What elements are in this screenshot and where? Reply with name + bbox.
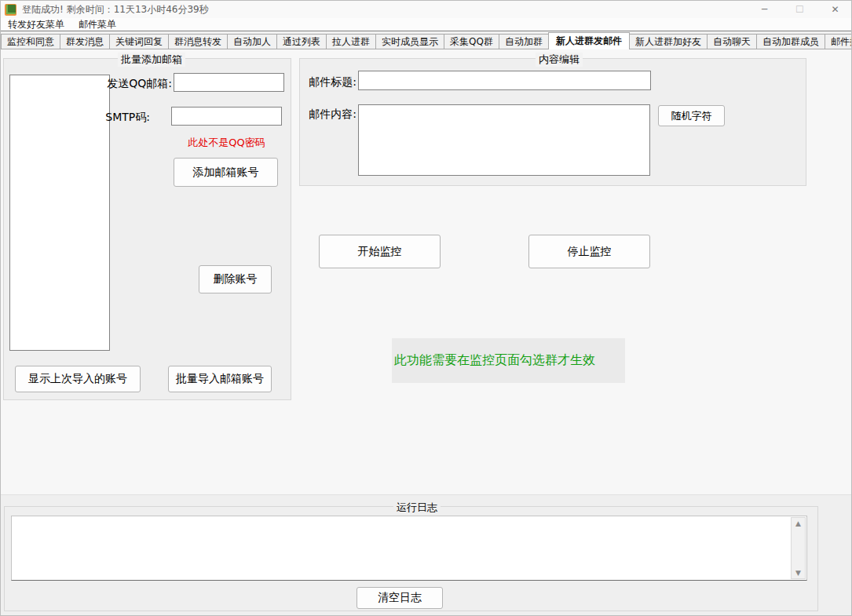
group-title: 运行日志 bbox=[393, 501, 441, 515]
tab-pull-into-group[interactable]: 拉人进群 bbox=[326, 34, 376, 49]
title-bar: 登陆成功! 剩余时间：11天13小时46分39秒 ─ ☐ ✕ bbox=[1, 1, 852, 18]
add-email-account-button[interactable]: 添加邮箱账号 bbox=[174, 158, 278, 187]
scroll-down-icon[interactable]: ▼ bbox=[795, 567, 801, 578]
monitor-notice-text: 此功能需要在监控页面勾选群才生效 bbox=[392, 352, 595, 369]
delete-account-button[interactable]: 删除账号 bbox=[199, 265, 272, 293]
group-title: 批量添加邮箱 bbox=[118, 53, 185, 67]
app-icon bbox=[5, 4, 16, 16]
tab-collect-qq-groups[interactable]: 采集QQ群 bbox=[444, 34, 499, 49]
smtp-code-input[interactable] bbox=[171, 107, 282, 126]
menu-email[interactable]: 邮件菜单 bbox=[71, 18, 123, 31]
log-scrollbar[interactable]: ▲ ▼ bbox=[791, 517, 806, 579]
log-output-box: ▲ ▼ bbox=[11, 516, 807, 581]
tab-via-list[interactable]: 通过列表 bbox=[276, 34, 327, 49]
email-body-textarea[interactable] bbox=[358, 104, 650, 176]
smtp-warning-text: 此处不是QQ密码 bbox=[171, 136, 282, 150]
log-section: 运行日志 ▲ ▼ 清空日志 bbox=[1, 494, 852, 616]
send-qq-email-label: 发送QQ邮箱: bbox=[93, 77, 172, 91]
monitor-notice-panel: 此功能需要在监控页面勾选群才生效 bbox=[392, 338, 625, 383]
tab-group-forward[interactable]: 群消息转发 bbox=[168, 34, 228, 49]
tab-auto-chat[interactable]: 自动聊天 bbox=[707, 34, 757, 49]
random-chars-button[interactable]: 随机字符 bbox=[658, 105, 725, 126]
clear-log-button[interactable]: 清空日志 bbox=[357, 587, 443, 609]
tab-keyword-reply[interactable]: 关键词回复 bbox=[109, 34, 169, 49]
window-title: 登陆成功! 剩余时间：11天13小时46分39秒 bbox=[22, 3, 209, 16]
tab-auto-add-people[interactable]: 自动加人 bbox=[227, 34, 277, 49]
scroll-up-icon[interactable]: ▲ bbox=[795, 518, 801, 529]
tab-newcomer-send-email[interactable]: 新人进群发邮件 bbox=[548, 32, 630, 49]
close-button[interactable]: ✕ bbox=[817, 1, 852, 18]
email-subject-label: 邮件标题: bbox=[302, 75, 357, 89]
maximize-button[interactable]: ☐ bbox=[782, 1, 817, 18]
tab-mass-message[interactable]: 群发消息 bbox=[60, 34, 110, 49]
group-title: 内容编辑 bbox=[536, 53, 583, 67]
show-last-imported-button[interactable]: 显示上次导入的账号 bbox=[15, 366, 141, 392]
tab-email-batch-send[interactable]: 邮件批量发送 bbox=[825, 34, 852, 49]
tab-realtime-members[interactable]: 实时成员显示 bbox=[375, 34, 444, 49]
email-body-label: 邮件内容: bbox=[302, 108, 357, 122]
menu-forward-friends[interactable]: 转发好友菜单 bbox=[1, 18, 71, 31]
tab-monitor-agree[interactable]: 监控和同意 bbox=[1, 34, 60, 49]
log-output-textarea[interactable] bbox=[12, 516, 792, 580]
batch-import-email-button[interactable]: 批量导入邮箱账号 bbox=[168, 366, 272, 392]
tab-auto-add-group-members[interactable]: 自动加群成员 bbox=[756, 34, 825, 49]
start-monitor-button[interactable]: 开始监控 bbox=[319, 235, 441, 268]
send-qq-email-input[interactable] bbox=[174, 73, 284, 92]
menu-bar: 转发好友菜单 邮件菜单 bbox=[1, 18, 852, 31]
minimize-button[interactable]: ─ bbox=[747, 1, 782, 18]
tab-newcomer-add-friend[interactable]: 新人进群加好友 bbox=[629, 34, 708, 49]
email-subject-input[interactable] bbox=[358, 71, 651, 90]
tab-bar: 监控和同意 群发消息 关键词回复 群消息转发 自动加人 通过列表 拉人进群 实时… bbox=[1, 32, 852, 49]
window-controls: ─ ☐ ✕ bbox=[747, 1, 852, 18]
smtp-code-label: SMTP码: bbox=[93, 111, 150, 125]
tab-auto-join-group[interactable]: 自动加群 bbox=[499, 34, 549, 49]
app-window: 登陆成功! 剩余时间：11天13小时46分39秒 ─ ☐ ✕ 转发好友菜单 邮件… bbox=[0, 0, 852, 616]
stop-monitor-button[interactable]: 停止监控 bbox=[528, 235, 650, 268]
